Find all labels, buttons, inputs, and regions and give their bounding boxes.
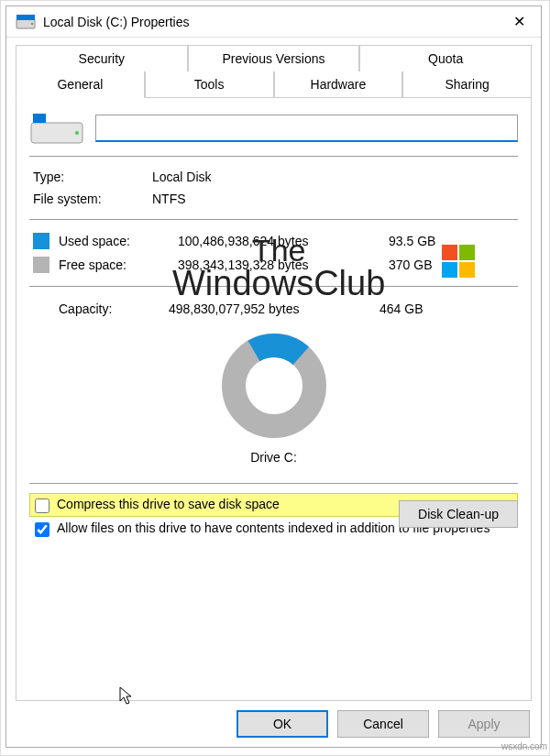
separator bbox=[29, 286, 518, 287]
svg-rect-7 bbox=[31, 123, 82, 143]
window-title: Local Disk (C:) Properties bbox=[43, 15, 500, 29]
used-space-bytes: 100,486,938,624 bytes bbox=[178, 234, 389, 248]
tab-hardware[interactable]: Hardware bbox=[274, 71, 403, 98]
used-color-swatch bbox=[33, 233, 50, 249]
general-panel: The WindowsClub Type: Local Disk File sy… bbox=[16, 97, 532, 701]
disk-icon bbox=[16, 12, 36, 32]
capacity-bytes: 498,830,077,952 bytes bbox=[169, 301, 380, 316]
compress-label: Compress this drive to save disk space bbox=[57, 497, 280, 511]
tabs-back-row: Security Previous Versions Quota bbox=[16, 45, 532, 71]
ok-button[interactable]: OK bbox=[236, 710, 328, 738]
svg-rect-6 bbox=[459, 262, 475, 278]
windows-logo-icon bbox=[441, 244, 476, 279]
cancel-button[interactable]: Cancel bbox=[337, 710, 429, 738]
svg-point-9 bbox=[75, 131, 79, 135]
free-color-swatch bbox=[33, 257, 50, 273]
cursor-icon bbox=[117, 685, 138, 706]
tab-previous-versions[interactable]: Previous Versions bbox=[188, 45, 360, 71]
disk-cleanup-button[interactable]: Disk Clean-up bbox=[399, 500, 518, 528]
svg-rect-8 bbox=[33, 114, 46, 123]
compress-checkbox[interactable] bbox=[35, 499, 50, 513]
capacity-gb: 464 GB bbox=[380, 301, 453, 316]
used-space-label: Used space: bbox=[59, 234, 178, 248]
filesystem-label: File system: bbox=[33, 192, 152, 206]
usage-pie-chart bbox=[219, 331, 329, 441]
tab-security[interactable]: Security bbox=[16, 45, 188, 71]
drive-label: Drive C: bbox=[29, 450, 518, 465]
capacity-label: Capacity: bbox=[33, 301, 169, 316]
svg-rect-1 bbox=[16, 15, 35, 20]
dialog-buttons: OK Cancel Apply bbox=[6, 701, 541, 747]
svg-rect-5 bbox=[442, 262, 457, 278]
separator bbox=[29, 156, 518, 157]
type-value: Local Disk bbox=[152, 170, 518, 184]
svg-point-10 bbox=[234, 345, 314, 426]
separator bbox=[29, 219, 518, 220]
tab-tools[interactable]: Tools bbox=[145, 71, 274, 98]
source-watermark: wsxdn.com bbox=[501, 741, 547, 751]
apply-button[interactable]: Apply bbox=[438, 710, 530, 738]
separator bbox=[29, 483, 518, 484]
svg-rect-3 bbox=[442, 245, 457, 260]
properties-dialog: Local Disk (C:) Properties ✕ Security Pr… bbox=[6, 5, 542, 748]
tab-sharing[interactable]: Sharing bbox=[402, 71, 532, 98]
svg-point-2 bbox=[31, 22, 33, 24]
tabs-front-row: General Tools Hardware Sharing bbox=[16, 71, 532, 98]
titlebar: Local Disk (C:) Properties ✕ bbox=[6, 6, 541, 38]
close-button[interactable]: ✕ bbox=[500, 9, 537, 35]
tab-quota[interactable]: Quota bbox=[359, 45, 532, 71]
filesystem-value: NTFS bbox=[152, 192, 518, 206]
type-label: Type: bbox=[33, 170, 152, 184]
drive-large-icon bbox=[29, 110, 84, 147]
drive-name-input[interactable] bbox=[95, 115, 518, 142]
free-space-label: Free space: bbox=[59, 257, 178, 272]
index-checkbox[interactable] bbox=[35, 522, 50, 537]
free-space-bytes: 398,343,139,328 bytes bbox=[178, 257, 389, 272]
svg-rect-4 bbox=[459, 245, 475, 260]
tab-general[interactable]: General bbox=[16, 71, 145, 98]
